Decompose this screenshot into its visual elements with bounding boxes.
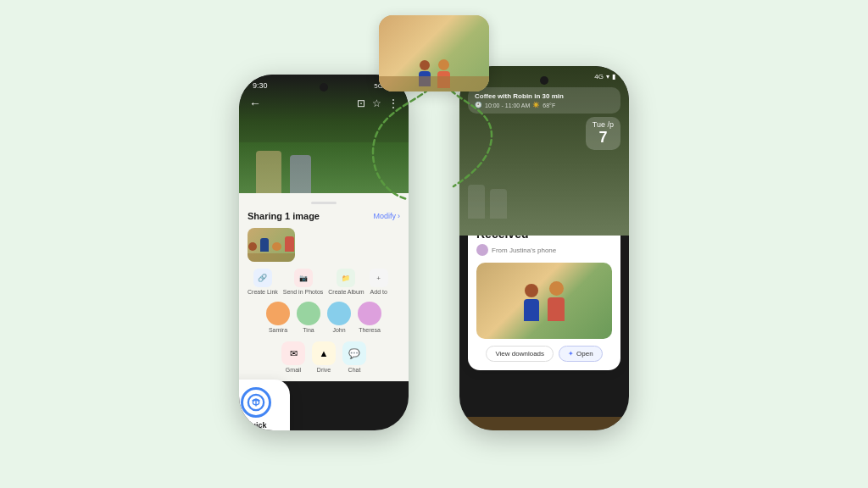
chevron-right-icon: › — [398, 212, 400, 220]
cast-icon[interactable]: ⊡ — [357, 97, 365, 109]
modify-button[interactable]: Modify › — [373, 212, 400, 220]
left-phone: 9:30 5G ▾ ▮ ← ⊡ ☆ ⋮ — [239, 75, 409, 430]
weather-emoji: ☀️ — [532, 102, 540, 108]
share-title: Sharing 1 image — [248, 211, 320, 221]
received-action-buttons: View downloads ✦ Open — [476, 346, 612, 362]
share-preview — [248, 228, 295, 262]
calendar-event-title: Coffee with Robin in 30 min — [475, 92, 614, 100]
create-link-action[interactable]: 🔗 Create Link — [248, 269, 278, 295]
received-image — [476, 263, 612, 339]
contact-john[interactable]: John — [327, 302, 351, 333]
more-icon[interactable]: ⋮ — [388, 97, 398, 109]
share-actions-row: 🔗 Create Link 📷 Send in Photos 📁 Create … — [248, 269, 400, 295]
nav-bar: ← ⊡ ☆ ⋮ — [239, 93, 409, 114]
gmail-app[interactable]: ✉ Gmail — [281, 341, 305, 373]
received-card: Received From Justina's phone — [468, 219, 620, 370]
open-icon: ✦ — [568, 350, 574, 358]
calendar-event-time: 🕙 10:00 - 11:00 AM ☀️ 68°F — [475, 102, 614, 108]
contact-samira[interactable]: Samira — [266, 302, 290, 333]
share-sheet: Sharing 1 image Modify › — [239, 193, 409, 381]
nav-icons: ⊡ ☆ ⋮ — [357, 97, 398, 109]
drive-app[interactable]: ▲ Drive — [312, 341, 336, 373]
right-battery-icon: ▮ — [612, 73, 615, 80]
contacts-row: Samira Tina John Theresa — [248, 302, 400, 333]
quick-share-button[interactable]: QuickShare — [239, 380, 290, 430]
calendar-notification[interactable]: Coffee with Robin in 30 min 🕙 10:00 - 11… — [468, 87, 620, 114]
floating-image — [379, 15, 489, 92]
left-time: 9:30 — [253, 81, 268, 90]
right-signal: 4G — [594, 73, 604, 80]
contact-tina[interactable]: Tina — [297, 302, 320, 333]
right-phone: 4G ▾ ▮ Coffee with Robin in 30 min 🕙 10:… — [459, 66, 629, 430]
add-to-action[interactable]: + Add to — [370, 269, 388, 295]
star-icon[interactable]: ☆ — [372, 97, 381, 109]
create-album-action[interactable]: 📁 Create Album — [328, 269, 364, 295]
view-downloads-button[interactable]: View downloads — [486, 346, 554, 362]
camera-hole-left — [320, 83, 328, 92]
date-badge: Tue /p 7 — [586, 117, 620, 150]
contact-theresa[interactable]: Theresa — [358, 302, 381, 333]
apps-row: ✉ Gmail ▲ Drive 💬 Chat — [248, 341, 400, 373]
camera-hole-right — [540, 76, 548, 85]
share-header: Sharing 1 image Modify › — [248, 211, 400, 221]
quick-share-icon — [241, 387, 271, 418]
received-from: From Justina's phone — [476, 244, 612, 256]
chat-app[interactable]: 💬 Chat — [342, 341, 366, 373]
back-button[interactable]: ← — [249, 97, 261, 110]
send-photos-action[interactable]: 📷 Send in Photos — [283, 269, 323, 295]
quick-share-label: QuickShare — [245, 421, 266, 430]
sender-avatar — [476, 244, 488, 256]
right-wifi-icon: ▾ — [606, 73, 609, 80]
sender-name: From Justina's phone — [492, 247, 556, 254]
clock-icon: 🕙 — [475, 102, 482, 108]
main-scene: 9:30 5G ▾ ▮ ← ⊡ ☆ ⋮ — [0, 0, 868, 488]
open-button[interactable]: ✦ Open — [559, 346, 603, 362]
